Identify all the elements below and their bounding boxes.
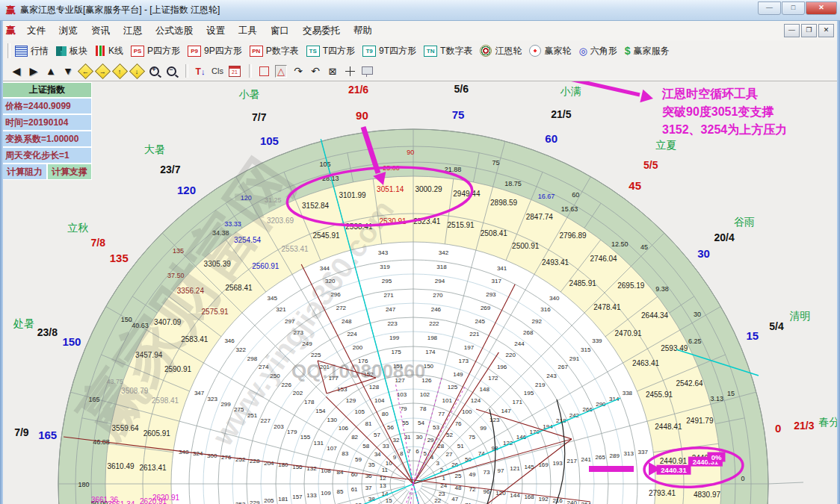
menu-窗口[interactable]: 窗口 [264, 23, 296, 38]
menu-bar: 赢 文件浏览资讯江恩公式选股设置工具窗口交易委托帮助 —❐✕ [3, 21, 837, 41]
svg-text:108: 108 [321, 467, 331, 474]
svg-text:99: 99 [480, 425, 487, 432]
menu-江恩[interactable]: 江恩 [117, 23, 149, 38]
toolbar-button-P数字表[interactable]: PNP数字表 [250, 45, 299, 57]
rot-cw-button[interactable]: ↷ [291, 63, 306, 78]
svg-text:3051.14: 3051.14 [377, 185, 404, 193]
menu-浏览[interactable]: 浏览 [52, 23, 84, 38]
arrow-left-button[interactable]: ◀ [9, 63, 24, 78]
svg-text:5/5: 5/5 [643, 159, 658, 171]
square-button[interactable] [256, 63, 271, 78]
menu-文件[interactable]: 文件 [20, 23, 52, 38]
svg-text:45: 45 [629, 179, 641, 192]
dia-up-button[interactable]: ↑ [112, 63, 127, 78]
menu-交易委托[interactable]: 交易委托 [296, 23, 347, 38]
arrow-left-icon: ◀ [13, 65, 21, 77]
menu-帮助[interactable]: 帮助 [347, 23, 379, 38]
svg-text:171: 171 [513, 399, 523, 405]
mdi-close-button[interactable]: ✕ [818, 24, 834, 37]
svg-text:2440.91: 2440.91 [660, 457, 688, 465]
svg-text:28: 28 [437, 443, 444, 449]
calc-support-button[interactable]: 计算支撑 [47, 164, 92, 180]
toolbar-button-label: 赢家轮 [544, 45, 571, 57]
zoom-in-button[interactable]: + [146, 63, 161, 78]
toolbar-button-label: 六角形 [590, 45, 617, 57]
svg-text:227: 227 [261, 417, 271, 424]
menu-工具[interactable]: 工具 [232, 23, 264, 38]
svg-text:21/3: 21/3 [794, 420, 814, 432]
box-x-button[interactable]: ⊠ [325, 63, 340, 78]
svg-text:291: 291 [569, 355, 580, 362]
minimize-button[interactable]: — [758, 1, 781, 15]
toolbar-button-label: 9T四方形 [379, 45, 416, 57]
toolbar-button-9T四方形[interactable]: T99T四方形 [362, 45, 416, 57]
rot-ccw-button[interactable]: ↶ [308, 63, 323, 78]
board-button[interactable] [359, 63, 374, 78]
svg-text:124: 124 [471, 397, 481, 404]
dia-right-button[interactable]: → [95, 63, 110, 78]
toolbar-button-label: 赢家服务 [634, 45, 670, 57]
menu-公式选股[interactable]: 公式选股 [149, 23, 200, 38]
svg-text:11: 11 [382, 467, 389, 473]
toolbar-button-六角形[interactable]: ◎六角形 [578, 45, 617, 57]
toolbar-button-9P四方形[interactable]: P99P四方形 [188, 45, 242, 57]
mdi-restore-button[interactable]: ❐ [801, 24, 817, 37]
svg-text:2644.34: 2644.34 [641, 311, 669, 320]
toolbar-button-T数字表[interactable]: TNT数字表 [424, 45, 472, 57]
svg-text:121: 121 [510, 465, 520, 472]
svg-text:196: 196 [497, 364, 507, 370]
svg-text:2491.79: 2491.79 [686, 417, 714, 425]
svg-text:106: 106 [339, 425, 349, 432]
toolbar-button-T四方形[interactable]: TST四方形 [306, 45, 355, 57]
triangle-button[interactable]: △ [274, 63, 288, 78]
annotation-line: 突破90度3051变支撑 [662, 103, 787, 121]
tri-down-button[interactable]: ▼ [61, 63, 75, 78]
svg-text:105: 105 [260, 134, 279, 147]
dia-left-button[interactable]: ← [78, 63, 93, 78]
svg-text:102: 102 [420, 391, 430, 398]
maximize-button[interactable]: □ [782, 1, 805, 15]
svg-text:52: 52 [446, 432, 453, 438]
calendar-button[interactable]: 21 [227, 63, 242, 78]
svg-text:21/5: 21/5 [551, 108, 571, 120]
svg-text:37: 37 [365, 485, 372, 491]
annotation-line: 3152、3254为上方压力 [662, 121, 787, 139]
svg-text:13: 13 [380, 482, 386, 489]
svg-text:7: 7 [407, 448, 411, 455]
svg-text:101: 101 [442, 397, 453, 404]
calc-resistance-button[interactable]: 计算阻力 [2, 164, 47, 180]
toolbar-button-行情[interactable]: 行情 [15, 45, 49, 57]
svg-text:224: 224 [347, 331, 357, 337]
zoom-out-button[interactable]: − [164, 63, 179, 78]
tri-up-button[interactable]: ▲ [43, 63, 58, 78]
menu-设置[interactable]: 设置 [200, 23, 232, 38]
svg-text:76: 76 [455, 420, 462, 427]
toolbar-button-赢家轮[interactable]: 赢家轮 [529, 45, 571, 57]
cls-button[interactable]: Cls [210, 63, 225, 78]
t-down-button[interactable]: T↓ [193, 63, 208, 78]
toolbar-button-赢家服务[interactable]: $赢家服务 [625, 45, 670, 57]
svg-text:2463.41: 2463.41 [632, 359, 660, 367]
svg-text:2898.59: 2898.59 [490, 199, 518, 207]
title-bar[interactable]: 赢 赢家江恩专业版[赢家服务平台] - [上证指数 江恩轮] — □ ✕ [0, 0, 840, 21]
svg-text:104: 104 [374, 397, 385, 404]
svg-text:49: 49 [469, 471, 475, 478]
toolbar-button-板块[interactable]: 板块 [56, 45, 87, 57]
svg-text:2605.91: 2605.91 [143, 429, 171, 438]
svg-text:77: 77 [438, 411, 445, 417]
toolbar-button-P四方形[interactable]: PSP四方形 [131, 45, 180, 57]
svg-text:246: 246 [431, 306, 442, 313]
svg-text:341: 341 [497, 265, 507, 272]
crosshair-button[interactable] [342, 63, 357, 78]
menu-资讯[interactable]: 资讯 [84, 23, 117, 38]
svg-text:3000.29: 3000.29 [415, 185, 442, 193]
mdi-minimize-button[interactable]: — [784, 24, 800, 37]
arrow-right-button[interactable]: ▶ [26, 63, 41, 78]
close-button[interactable]: ✕ [806, 1, 837, 15]
svg-text:4830.97: 4830.97 [694, 491, 721, 499]
dia-down-button[interactable]: ↓ [129, 63, 144, 78]
svg-text:2478.41: 2478.41 [593, 303, 621, 311]
toolbar-button-K线[interactable]: K线 [95, 45, 123, 57]
toolbar-button-江恩轮[interactable]: 江恩轮 [480, 45, 522, 57]
svg-text:157: 157 [292, 494, 303, 500]
